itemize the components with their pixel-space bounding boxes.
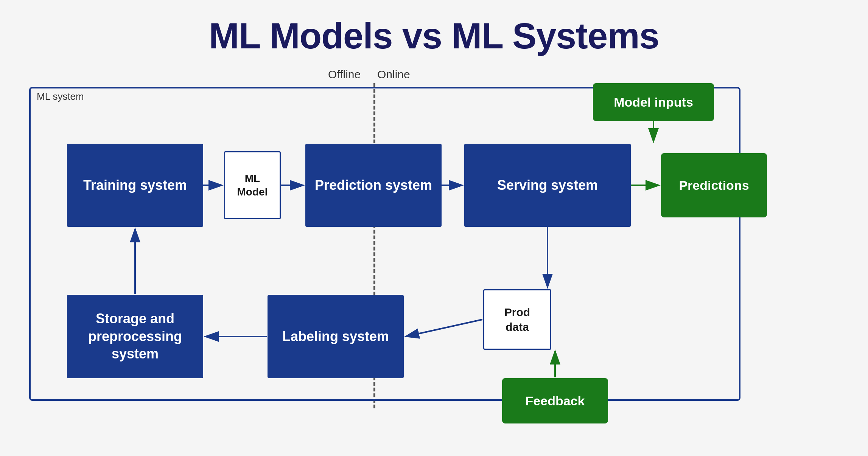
page-title: ML Models vs ML Systems [209,15,659,57]
diagram-area: Offline Online ML system Training system… [18,68,850,427]
predictions-box: Predictions [661,153,767,217]
serving-system-box: Serving system [464,144,631,227]
online-label: Online [377,68,410,81]
storage-system-box: Storage and preprocessing system [67,295,203,378]
prod-data-box: Proddata [483,289,551,350]
training-system-box: Training system [67,144,203,227]
ml-system-label: ML system [37,91,84,102]
prediction-system-box: Prediction system [305,144,442,227]
feedback-box: Feedback [502,378,608,423]
labeling-system-box: Labeling system [268,295,404,378]
page: ML Models vs ML Systems Offline Online M… [0,0,868,456]
offline-label: Offline [328,68,361,81]
ml-model-box: MLModel [224,151,281,219]
model-inputs-box: Model inputs [593,83,714,121]
